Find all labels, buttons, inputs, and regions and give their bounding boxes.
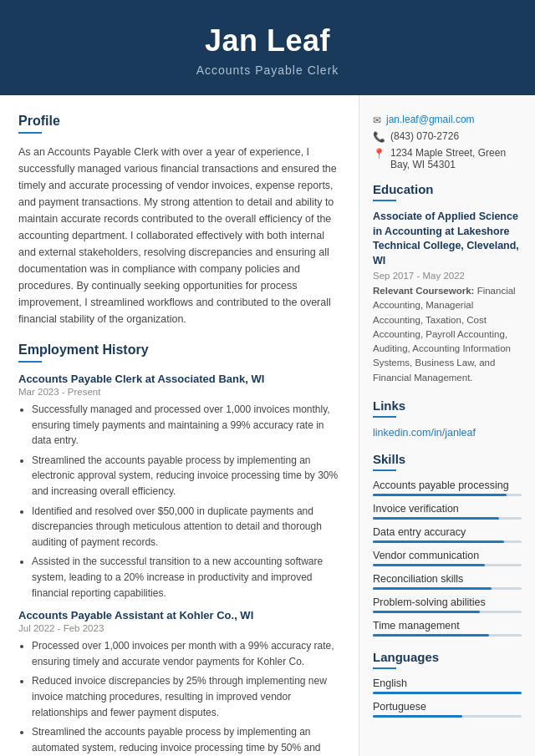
job-1-bullet-1: Successfully managed and processed over …: [32, 402, 342, 449]
body: Profile As an Accounts Payable Clerk wit…: [0, 95, 535, 756]
job-1-bullet-4: Assisted in the successful transition to…: [32, 554, 342, 601]
address-text: 1234 Maple Street, Green Bay, WI 54301: [390, 147, 522, 170]
job-2-bullet-3: Streamlined the accounts payable process…: [32, 724, 342, 756]
languages-list: English Portuguese: [373, 677, 522, 718]
job-2-bullet-1: Processed over 1,000 invoices per month …: [32, 638, 342, 669]
employment-title: Employment History: [18, 342, 342, 358]
lang-item-1: Portuguese: [373, 701, 522, 718]
skill-bar-fill-0: [373, 494, 507, 496]
education-title: Education: [373, 182, 522, 196]
edu-degree: Associate of Applied Science in Accounti…: [373, 210, 522, 268]
skill-item-2: Data entry accuracy: [373, 526, 522, 543]
skill-item-4: Reconciliation skills: [373, 573, 522, 590]
languages-title: Languages: [373, 650, 522, 664]
coursework-text: Financial Accounting, Managerial Account…: [373, 286, 516, 383]
skill-label-4: Reconciliation skills: [373, 573, 522, 585]
resume-container: Jan Leaf Accounts Payable Clerk Profile …: [0, 0, 535, 756]
candidate-title: Accounts Payable Clerk: [17, 63, 518, 77]
phone-text: (843) 070-2726: [390, 130, 459, 142]
skill-bar-bg-4: [373, 587, 522, 590]
skill-item-1: Invoice verification: [373, 503, 522, 520]
job-2-bullet-2: Reduced invoice discrepancies by 25% thr…: [32, 673, 342, 720]
job-1-bullets: Successfully managed and processed over …: [18, 402, 342, 601]
coursework-label: Relevant Coursework:: [373, 286, 474, 296]
languages-section: Languages English Portuguese: [373, 650, 522, 718]
skill-label-5: Problem-solving abilities: [373, 596, 522, 608]
candidate-name: Jan Leaf: [17, 23, 518, 58]
right-column: ✉ jan.leaf@gmail.com 📞 (843) 070-2726 📍 …: [359, 95, 535, 756]
job-1-dates: Mar 2023 - Present: [18, 387, 342, 397]
links-divider: [373, 416, 396, 418]
skill-label-0: Accounts payable processing: [373, 479, 522, 491]
contact-email: ✉ jan.leaf@gmail.com: [373, 114, 522, 126]
lang-bar-bg-0: [373, 692, 522, 694]
email-icon: ✉: [373, 114, 381, 126]
profile-divider: [18, 132, 42, 134]
lang-bar-bg-1: [373, 715, 522, 718]
skill-bar-bg-5: [373, 611, 522, 613]
skill-bar-fill-3: [373, 564, 485, 566]
skill-bar-bg-2: [373, 540, 522, 543]
job-1-bullet-2: Streamlined the accounts payable process…: [32, 453, 342, 500]
skill-bar-fill-5: [373, 611, 480, 613]
edu-dates: Sep 2017 - May 2022: [373, 271, 522, 281]
skill-item-5: Problem-solving abilities: [373, 596, 522, 613]
profile-title: Profile: [18, 114, 342, 129]
lang-label-0: English: [373, 677, 522, 689]
job-2-dates: Jul 2022 - Feb 2023: [18, 623, 342, 633]
edu-coursework: Relevant Coursework: Financial Accountin…: [373, 284, 522, 385]
header: Jan Leaf Accounts Payable Clerk: [0, 0, 535, 95]
skill-bar-bg-0: [373, 494, 522, 496]
skills-section: Skills Accounts payable processing Invoi…: [373, 452, 522, 637]
profile-section: Profile As an Accounts Payable Clerk wit…: [18, 114, 342, 327]
skill-bar-fill-6: [373, 634, 489, 637]
job-2-bullets: Processed over 1,000 invoices per month …: [18, 638, 342, 756]
skill-bar-bg-3: [373, 564, 522, 566]
skill-item-0: Accounts payable processing: [373, 479, 522, 496]
phone-icon: 📞: [373, 131, 385, 143]
location-icon: 📍: [373, 148, 385, 160]
links-section: Links linkedin.com/in/janleaf: [373, 398, 522, 439]
skill-bar-fill-1: [373, 517, 499, 520]
email-link[interactable]: jan.leaf@gmail.com: [386, 114, 475, 125]
languages-divider: [373, 667, 396, 669]
skill-bar-bg-6: [373, 634, 522, 637]
lang-item-0: English: [373, 677, 522, 694]
skill-item-3: Vendor communication: [373, 550, 522, 566]
job-1-title: Accounts Payable Clerk at Associated Ban…: [18, 373, 342, 385]
skill-bar-fill-4: [373, 587, 492, 590]
employment-divider: [18, 361, 42, 363]
lang-label-1: Portuguese: [373, 701, 522, 713]
employment-section: Employment History Accounts Payable Cler…: [18, 342, 342, 756]
skill-bar-fill-2: [373, 540, 504, 543]
left-column: Profile As an Accounts Payable Clerk wit…: [0, 95, 359, 756]
skill-label-1: Invoice verification: [373, 503, 522, 515]
linkedin-link[interactable]: linkedin.com/in/janleaf: [373, 427, 476, 439]
contact-section: ✉ jan.leaf@gmail.com 📞 (843) 070-2726 📍 …: [373, 114, 522, 170]
contact-address: 📍 1234 Maple Street, Green Bay, WI 54301: [373, 147, 522, 170]
education-divider: [373, 200, 396, 201]
skill-label-6: Time management: [373, 620, 522, 632]
contact-phone: 📞 (843) 070-2726: [373, 130, 522, 143]
job-2: Accounts Payable Assistant at Kohler Co.…: [18, 609, 342, 756]
skill-label-2: Data entry accuracy: [373, 526, 522, 538]
education-section: Education Associate of Applied Science i…: [373, 182, 522, 385]
job-1: Accounts Payable Clerk at Associated Ban…: [18, 373, 342, 601]
lang-bar-fill-1: [373, 715, 462, 718]
job-2-title: Accounts Payable Assistant at Kohler Co.…: [18, 609, 342, 622]
skill-bar-bg-1: [373, 517, 522, 520]
job-1-bullet-3: Identified and resolved over $50,000 in …: [32, 504, 342, 551]
profile-text: As an Accounts Payable Clerk with over a…: [18, 144, 342, 327]
skills-divider: [373, 469, 396, 471]
skills-title: Skills: [373, 452, 522, 466]
skill-label-3: Vendor communication: [373, 550, 522, 561]
skills-list: Accounts payable processing Invoice veri…: [373, 479, 522, 637]
lang-bar-fill-0: [373, 692, 522, 694]
links-title: Links: [373, 398, 522, 413]
skill-item-6: Time management: [373, 620, 522, 637]
